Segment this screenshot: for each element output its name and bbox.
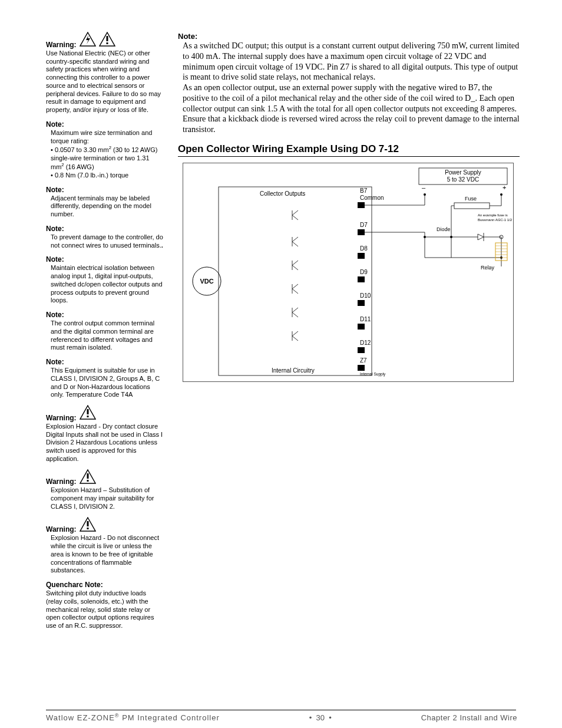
- svg-text:Z7: Z7: [360, 357, 367, 364]
- svg-line-81: [292, 331, 298, 336]
- caution-icon: [80, 517, 96, 535]
- note-label: Note:: [46, 358, 164, 367]
- svg-line-59: [292, 237, 298, 242]
- svg-rect-78: [358, 347, 365, 353]
- warning-label: Warning:: [46, 477, 77, 486]
- svg-text:An example fuse is: An example fuse is: [478, 213, 508, 217]
- section-title: Open Collector Wiring Example Using DO 7…: [178, 143, 520, 157]
- main-para-2: As an open collector output, use an exte…: [183, 83, 520, 135]
- svg-text:D12: D12: [360, 340, 371, 346]
- svg-text:Fuse: Fuse: [465, 196, 477, 202]
- warning-4: Warning: Explosion Hazard - Do not disco…: [46, 517, 164, 575]
- caution-icon: [99, 32, 115, 50]
- svg-text:5 to 32 VDC: 5 to 32 VDC: [447, 176, 479, 183]
- note-2: Note: Adjacent terminals may be labeled …: [46, 186, 164, 219]
- svg-text:–: –: [422, 184, 426, 191]
- svg-rect-2: [87, 409, 88, 414]
- svg-rect-68: [358, 300, 365, 306]
- svg-text:Diode: Diode: [437, 226, 451, 232]
- svg-text:D10: D10: [360, 292, 371, 299]
- svg-rect-83: [358, 365, 365, 371]
- footer-right: Chapter 2 Install and Wire: [421, 713, 517, 722]
- note-text: To prevent damage to the controller, do …: [46, 233, 164, 250]
- warning-label: Warning:: [46, 414, 77, 423]
- quencharc-note: Quencharc Note: Switching pilot duty ind…: [46, 581, 164, 630]
- svg-text:Collector Outputs: Collector Outputs: [260, 190, 305, 197]
- svg-rect-6: [87, 521, 88, 526]
- svg-line-35: [292, 210, 298, 215]
- main-content: Note: As a switched DC output; this outp…: [178, 32, 520, 382]
- warning-1: Warning: Use National Electric (NEC) or …: [46, 32, 164, 114]
- svg-text:B7: B7: [360, 187, 368, 194]
- note-3: Note: To prevent damage to the controlle…: [46, 225, 164, 250]
- warning-label: Warning:: [46, 41, 77, 50]
- note-label: Note:: [46, 311, 164, 319]
- svg-rect-0: [106, 36, 108, 41]
- footer: Watlow EZ-ZONE® PM Integrated Controller…: [46, 713, 517, 722]
- footer-rule: [46, 710, 516, 710]
- shock-hazard-icon: [80, 32, 96, 50]
- note-label: Note:: [46, 225, 164, 233]
- svg-text:Common: Common: [360, 195, 384, 201]
- caution-icon: [80, 469, 96, 487]
- wiring-diagram: Power Supply 5 to 32 VDC – + Collector O…: [183, 163, 514, 382]
- main-para-1: As a switched DC output; this output is …: [183, 41, 520, 83]
- footer-left: Watlow EZ-ZONE® PM Integrated Controller: [46, 713, 220, 722]
- svg-text:D9: D9: [360, 269, 368, 275]
- note-text: Adjacent terminals may be labeled differ…: [46, 195, 164, 219]
- note-text: This Equipment is suitable for use in CL…: [46, 367, 164, 399]
- quencharc-label: Quencharc Note:: [46, 581, 164, 589]
- note-label: Note:: [46, 120, 164, 129]
- svg-text:Bussmann AGC-1 1/2: Bussmann AGC-1 1/2: [478, 218, 513, 222]
- svg-text:Internal Circuitry: Internal Circuitry: [272, 367, 315, 374]
- page: Warning: Use National Electric (NEC) or …: [0, 0, 562, 728]
- note-bullet: • 0.8 Nm (7.0 lb.-in.) torque: [51, 172, 164, 180]
- note-text: Maintain electrical isolation between an…: [46, 264, 164, 305]
- svg-line-76: [292, 308, 298, 312]
- svg-line-64: [292, 261, 298, 265]
- svg-rect-61: [358, 276, 365, 282]
- svg-rect-31: [358, 229, 365, 235]
- warning-3: Warning: Explosion Hazard – Substitution…: [46, 469, 164, 511]
- warning-text: Explosion Hazard - Dry contact closure D…: [46, 423, 164, 463]
- svg-rect-3: [87, 416, 88, 417]
- svg-rect-23: [454, 203, 490, 209]
- note-text: Maximum wire size termination and torque…: [51, 129, 164, 146]
- caution-icon: [80, 405, 96, 423]
- svg-line-82: [292, 336, 298, 341]
- svg-rect-73: [358, 324, 365, 330]
- svg-text:Relay: Relay: [481, 265, 495, 271]
- note-label: Note:: [46, 186, 164, 195]
- svg-line-60: [292, 242, 298, 246]
- main-note-label: Note:: [178, 32, 520, 41]
- note-6: Note: This Equipment is suitable for use…: [46, 358, 164, 399]
- svg-text:D11: D11: [360, 316, 371, 322]
- svg-rect-15: [219, 187, 372, 375]
- svg-text:D7: D7: [360, 222, 368, 228]
- svg-text:+: +: [503, 184, 506, 191]
- svg-rect-4: [87, 473, 88, 479]
- warning-2: Warning: Explosion Hazard - Dry contact …: [46, 405, 164, 463]
- svg-marker-41: [478, 234, 484, 240]
- note-bullet: • 0.0507 to 3.30 mm2 (30 to 12 AWG) sing…: [51, 145, 164, 172]
- svg-text:Power Supply: Power Supply: [445, 169, 481, 176]
- note-1: Note: Maximum wire size termination and …: [46, 120, 164, 180]
- svg-text:Internal Supply: Internal Supply: [360, 372, 386, 377]
- svg-line-72: [292, 289, 298, 294]
- note-label: Note:: [46, 255, 164, 264]
- note-5: Note: The control output common terminal…: [46, 311, 164, 352]
- svg-text:VDC: VDC: [200, 278, 213, 285]
- svg-line-65: [292, 265, 298, 270]
- svg-rect-56: [358, 253, 365, 259]
- warning-label: Warning:: [46, 525, 77, 534]
- warning-text: Explosion Hazard – Substitution of compo…: [46, 486, 164, 510]
- note-text: The control output common terminal and t…: [46, 319, 164, 352]
- svg-rect-19: [358, 202, 365, 208]
- svg-line-71: [292, 284, 298, 289]
- warning-text: Use National Electric (NEC) or other cou…: [46, 50, 164, 114]
- quencharc-text: Switching pilot duty inductive loads (re…: [46, 589, 164, 630]
- warning-text: Explosion Hazard - Do not disconnect whi…: [46, 534, 164, 575]
- svg-rect-7: [87, 528, 88, 529]
- svg-rect-1: [106, 42, 108, 44]
- sidebar: Warning: Use National Electric (NEC) or …: [46, 32, 164, 636]
